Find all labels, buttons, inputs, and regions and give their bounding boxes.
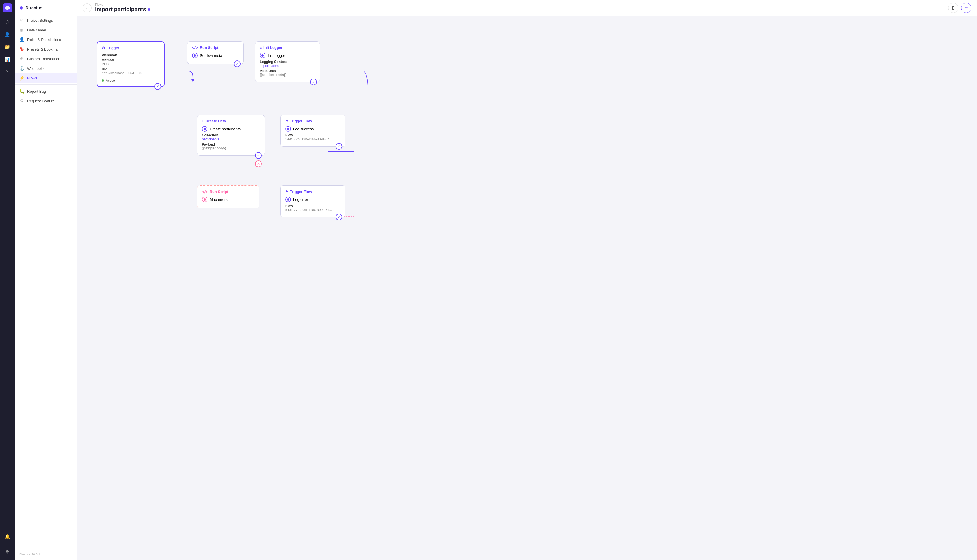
trigger-url-value-row: http://localhost:8056/f... ⧉ <box>102 71 159 75</box>
rail-icon-divider <box>3 544 12 544</box>
topbar-active-dot <box>148 8 150 11</box>
run-script-2-row: Map errors <box>202 197 254 202</box>
sidebar-item-data-model[interactable]: ▦ Data Model <box>15 25 77 35</box>
trigger-flow-1-row: Log success <box>285 126 341 132</box>
node-trigger-flow-1[interactable]: ⚑ Trigger Flow Log success Flow 549f177f… <box>281 115 346 147</box>
sidebar-label-webhooks: Webhooks <box>27 67 44 71</box>
status-active-dot <box>102 79 104 82</box>
sidebar-label-translations: Custom Translations <box>27 57 61 61</box>
sidebar-item-request-feature[interactable]: ⚙ Request Feature <box>15 96 77 106</box>
node-run-script-1[interactable]: </> Run Script Set flow meta ✓ <box>187 41 244 64</box>
app-logo[interactable] <box>3 3 12 12</box>
trigger-method-value: POST <box>102 62 159 66</box>
delete-icon: 🗑 <box>951 5 955 10</box>
trigger-status: Active <box>102 78 159 83</box>
node-run-script-2[interactable]: </> Run Script Map errors <box>197 185 259 208</box>
request-feature-icon: ⚙ <box>19 98 24 103</box>
run-script-1-row: Set flow meta <box>192 53 239 58</box>
trigger-check: ✓ <box>154 83 161 90</box>
init-logger-icon: ≡ <box>260 46 262 50</box>
presets-icon: 🔖 <box>19 47 24 52</box>
init-logger-row-label: Init Logger <box>268 53 285 58</box>
meta-data-label: Meta Data <box>260 69 315 73</box>
sidebar-label-project-settings: Project Settings <box>27 18 53 23</box>
main-content: ← Flows Import participants 🗑 ✏ <box>77 0 977 560</box>
trigger-header: ⏱ Trigger <box>102 46 159 50</box>
topbar-breadcrumb: Flows <box>95 3 150 6</box>
sidebar-item-roles[interactable]: 👤 Roles & Permissions <box>15 35 77 44</box>
data-model-icon: ▦ <box>19 27 24 32</box>
webhooks-icon: ⚓ <box>19 66 24 71</box>
rail-icon-settings[interactable]: ⚙ <box>2 547 12 557</box>
trigger-method-label: Method <box>102 58 159 62</box>
sidebar-item-presets[interactable]: 🔖 Presets & Bookmar... <box>15 44 77 54</box>
project-settings-icon: ⚙ <box>19 18 24 23</box>
rail-icon-analytics[interactable]: 📊 <box>2 54 12 64</box>
topbar-actions: 🗑 ✏ <box>948 3 971 13</box>
topbar-title: Import participants <box>95 6 150 13</box>
node-trigger-flow-2[interactable]: ⚑ Trigger Flow Log error Flow 549f177f-3… <box>281 185 346 217</box>
trigger-flow-2-flow-value: 549f177f-3e3b-4166-809e-5c... <box>285 208 341 212</box>
trigger-flow-2-row: Log error <box>285 197 341 202</box>
trigger-flow-2-flow-field: Flow 549f177f-3e3b-4166-809e-5c... <box>285 204 341 212</box>
trigger-url-field: URL http://localhost:8056/f... ⧉ <box>102 67 159 75</box>
run-script-1-header: </> Run Script <box>192 45 239 50</box>
back-button[interactable]: ← <box>83 3 92 12</box>
rail-icon-help[interactable]: ? <box>2 67 12 77</box>
delete-button[interactable]: 🗑 <box>948 3 959 13</box>
run-script-1-label: Run Script <box>200 45 219 50</box>
trigger-header-icon: ⏱ <box>102 46 105 50</box>
node-create-data[interactable]: + Create Data Create participants Collec… <box>197 115 265 156</box>
trigger-method-field: Method POST <box>102 58 159 66</box>
trigger-flow-1-row-label: Log success <box>293 127 314 131</box>
version-label: Directus 10.6.1 <box>19 553 40 556</box>
sidebar-app-title: Directus <box>25 5 42 10</box>
run-script-1-check: ✓ <box>234 60 240 67</box>
rail-icon-users[interactable]: 👤 <box>2 29 12 40</box>
trigger-flow-1-label: Trigger Flow <box>290 119 312 123</box>
rail-icon-files[interactable]: 📁 <box>2 42 12 52</box>
flows-icon: ⚡ <box>19 75 24 80</box>
sidebar-label-roles: Roles & Permissions <box>27 38 61 42</box>
rail-icon-content[interactable]: ⬡ <box>2 17 12 27</box>
create-data-icon: + <box>202 119 204 123</box>
init-logger-meta-field: Meta Data {{set_flow_meta}} <box>260 69 315 77</box>
svg-marker-0 <box>5 6 10 10</box>
edit-button[interactable]: ✏ <box>961 3 971 13</box>
trigger-status-label: Active <box>106 78 115 83</box>
create-data-check: ✓ <box>255 152 262 159</box>
trigger-flow-2-check: ✓ <box>336 213 342 220</box>
sidebar-item-translations[interactable]: ⊕ Custom Translations <box>15 54 77 63</box>
trigger-flow-1-flow-value: 549f177f-3e3b-4166-809e-5c... <box>285 137 341 141</box>
payload-value: {{$trigger.body}} <box>202 147 260 150</box>
sidebar-item-flows[interactable]: ⚡ Flows <box>15 73 77 83</box>
back-arrow-icon: ← <box>85 6 89 10</box>
create-data-row: Create participants <box>202 126 260 132</box>
trigger-flow-1-flow-label: Flow <box>285 133 341 137</box>
roles-icon: 👤 <box>19 37 24 42</box>
collection-field: Collection participants <box>202 133 260 141</box>
logging-context-label: Logging Context <box>260 60 315 64</box>
trigger-url-value: http://localhost:8056/f... <box>102 71 137 75</box>
init-logger-context-field: Logging Context import-users <box>260 60 315 68</box>
flow-canvas[interactable]: ⏱ Trigger Webhook Method POST URL http:/… <box>77 16 977 560</box>
sidebar-item-report-bug[interactable]: 🐛 Report Bug <box>15 87 77 96</box>
sidebar-logo-icon: ◆ <box>19 5 23 11</box>
trigger-flow-2-dot <box>285 197 291 202</box>
sidebar-item-webhooks[interactable]: ⚓ Webhooks <box>15 63 77 73</box>
topbar-title-wrap: Flows Import participants <box>95 3 150 13</box>
trigger-flow-1-check: ✓ <box>336 143 342 150</box>
node-trigger[interactable]: ⏱ Trigger Webhook Method POST URL http:/… <box>97 41 165 87</box>
init-logger-check: ✓ <box>310 78 317 85</box>
copy-url-icon[interactable]: ⧉ <box>139 71 142 75</box>
sidebar-item-project-settings[interactable]: ⚙ Project Settings <box>15 15 77 25</box>
rail-icon-notifications[interactable]: 🔔 <box>2 532 12 542</box>
report-bug-icon: 🐛 <box>19 89 24 94</box>
sidebar-label-request-feature: Request Feature <box>27 99 55 103</box>
trigger-flow-1-icon: ⚑ <box>285 119 288 123</box>
trigger-type-label: Webhook <box>102 53 117 57</box>
create-data-header: + Create Data <box>202 119 260 123</box>
node-init-logger[interactable]: ≡ Init Logger Init Logger Logging Contex… <box>255 41 320 82</box>
init-logger-label: Init Logger <box>264 45 282 50</box>
topbar: ← Flows Import participants 🗑 ✏ <box>77 0 977 16</box>
